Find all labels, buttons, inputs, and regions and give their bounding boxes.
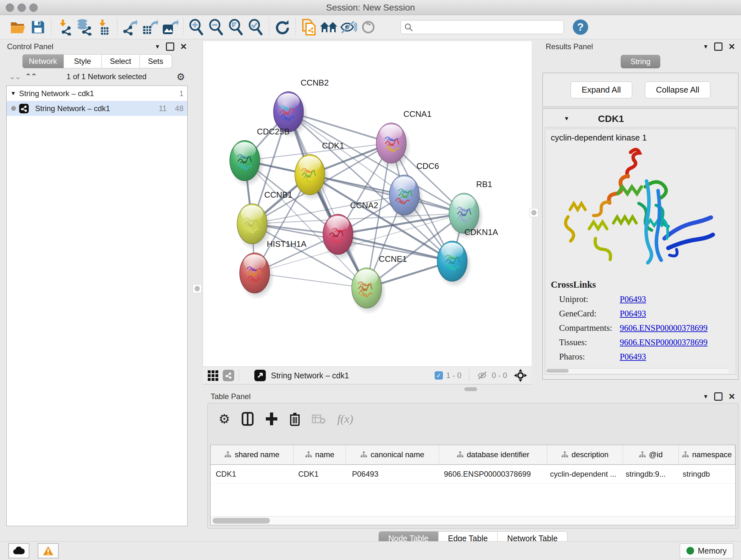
clone-network-button[interactable] bbox=[299, 17, 319, 37]
collapse-all-button[interactable]: Collapse All bbox=[645, 81, 711, 98]
import-table-button[interactable] bbox=[94, 17, 114, 37]
column-header-database-identifier[interactable]: database identifier bbox=[439, 445, 547, 464]
export-image-button[interactable] bbox=[160, 17, 180, 37]
zoom-fit-button[interactable] bbox=[226, 17, 246, 37]
control-panel-tabs: Network Style Select Sets bbox=[4, 54, 190, 68]
refresh-button[interactable] bbox=[273, 17, 292, 37]
delete-column-trash-icon[interactable] bbox=[289, 412, 300, 426]
memory-button[interactable]: Memory bbox=[680, 543, 733, 558]
show-hidden-button[interactable] bbox=[358, 17, 378, 37]
delete-table-icon bbox=[312, 413, 326, 425]
tab-network[interactable]: Network bbox=[22, 54, 64, 68]
collection-disclosure-icon[interactable]: ▼ bbox=[10, 90, 16, 97]
node-CCNA2[interactable]: CCNA2 bbox=[323, 200, 378, 261]
table-cell[interactable]: stringdb:9... bbox=[621, 470, 678, 479]
uniprot-link[interactable]: P06493 bbox=[620, 294, 646, 304]
save-session-button[interactable] bbox=[28, 17, 48, 37]
zoom-out-button[interactable] bbox=[206, 17, 226, 37]
close-panel-icon[interactable]: ✕ bbox=[728, 42, 735, 52]
birds-eye-view-icon[interactable] bbox=[208, 370, 218, 381]
column-header-description[interactable]: description bbox=[547, 445, 623, 464]
collapse-all-networks-icon[interactable]: ⌃⌃ bbox=[25, 72, 37, 81]
table-cell[interactable]: CDK1 bbox=[293, 470, 347, 479]
zoom-in-button[interactable] bbox=[187, 17, 206, 37]
tab-sets[interactable]: Sets bbox=[140, 54, 172, 68]
export-network-button[interactable] bbox=[121, 17, 140, 37]
collapse-panel-icon[interactable]: ▼ bbox=[703, 44, 709, 50]
column-chooser-icon[interactable] bbox=[242, 412, 254, 426]
close-panel-icon[interactable]: ✕ bbox=[180, 42, 187, 52]
pharos-link[interactable]: P06493 bbox=[620, 352, 646, 362]
toolbar-separator bbox=[295, 18, 296, 36]
open-session-button[interactable] bbox=[8, 17, 28, 37]
toolbar-search[interactable] bbox=[401, 20, 564, 34]
column-header--id[interactable]: @id bbox=[623, 445, 679, 464]
pan-crosshair-icon[interactable] bbox=[514, 368, 528, 382]
table-cell[interactable]: P06493 bbox=[347, 470, 439, 479]
network-graph[interactable]: CCNB2CCNA1CDC25BCDK1CDC6RB1CCNB1CCNA2CDK… bbox=[203, 41, 532, 367]
table-cell[interactable]: CDK1 bbox=[211, 470, 293, 479]
tab-style[interactable]: Style bbox=[64, 54, 102, 68]
zoom-selected-button[interactable] bbox=[246, 17, 266, 37]
import-network-file-button[interactable] bbox=[55, 17, 74, 37]
genecard-link[interactable]: P06493 bbox=[620, 309, 646, 319]
table-cell[interactable]: stringdb bbox=[677, 470, 735, 479]
left-splitter-handle[interactable] bbox=[193, 284, 202, 293]
help-button[interactable]: ? bbox=[573, 19, 588, 35]
annotation-share-icon[interactable] bbox=[223, 370, 234, 381]
expand-all-networks-icon[interactable]: ⌄⌄ bbox=[9, 72, 20, 81]
compartments-link[interactable]: 9606.ENSP00000378699 bbox=[620, 323, 708, 333]
home-networks-button[interactable] bbox=[319, 17, 339, 37]
cloud-status-button[interactable] bbox=[8, 543, 29, 558]
close-panel-icon[interactable]: ✕ bbox=[728, 392, 735, 401]
edge-CDK1-RB1[interactable] bbox=[310, 175, 464, 213]
collapse-panel-icon[interactable]: ▼ bbox=[154, 44, 160, 50]
table-row[interactable]: CDK1CDK1P064939606.ENSP00000378699cyclin… bbox=[211, 465, 735, 484]
column-header-canonical-name[interactable]: canonical name bbox=[346, 445, 439, 464]
network-options-gear-icon[interactable]: ⚙ bbox=[177, 71, 185, 82]
node-CCNE1[interactable]: CCNE1 bbox=[351, 254, 407, 314]
network-canvas[interactable]: CCNB2CCNA1CDC25BCDK1CDC6RB1CCNB1CCNA2CDK… bbox=[203, 41, 532, 367]
node-CCNA1[interactable]: CCNA1 bbox=[376, 109, 431, 170]
add-column-icon[interactable] bbox=[265, 412, 278, 426]
detach-view-icon[interactable] bbox=[254, 370, 266, 381]
results-horizontal-scrollbar[interactable] bbox=[546, 368, 729, 374]
tab-string[interactable]: String bbox=[621, 55, 661, 68]
column-header-namespace[interactable]: namespace bbox=[679, 445, 735, 464]
window-title: Session: New Session bbox=[0, 3, 741, 13]
tissues-link[interactable]: 9606.ENSP00000378699 bbox=[620, 337, 708, 348]
float-panel-icon[interactable] bbox=[166, 43, 174, 51]
selected-nodes-checkbox[interactable]: ✓ bbox=[434, 371, 443, 380]
table-cell[interactable]: cyclin-dependent ... bbox=[545, 470, 620, 479]
node-label-CDK1: CDK1 bbox=[322, 141, 344, 150]
float-panel-icon[interactable] bbox=[714, 392, 723, 401]
network-row[interactable]: String Network – cdk1 11 48 bbox=[7, 101, 187, 116]
control-panel-title: Control Panel bbox=[7, 42, 53, 51]
right-splitter-handle[interactable] bbox=[529, 208, 538, 217]
search-input[interactable] bbox=[413, 22, 560, 32]
node-CDKN1A[interactable]: CDKN1A bbox=[437, 227, 498, 288]
table-cell[interactable]: 9606.ENSP00000378699 bbox=[439, 470, 545, 479]
tab-select[interactable]: Select bbox=[102, 54, 140, 68]
table-horizontal-scrollbar[interactable] bbox=[211, 516, 735, 525]
column-header-shared-name[interactable]: shared name bbox=[211, 445, 293, 464]
toolbar-separator bbox=[469, 369, 469, 382]
import-database-icon bbox=[75, 19, 93, 36]
node-CDC6[interactable]: CDC6 bbox=[389, 161, 439, 222]
node-CDC25B[interactable]: CDC25B bbox=[229, 127, 290, 187]
zoom-selected-icon bbox=[248, 19, 264, 36]
collapse-panel-icon[interactable]: ▼ bbox=[703, 393, 709, 400]
export-table-button[interactable] bbox=[140, 17, 160, 37]
edge-CCNB2-CCNE1[interactable] bbox=[288, 112, 367, 288]
hide-selected-button[interactable] bbox=[339, 17, 358, 37]
table-settings-gear-icon[interactable]: ⚙ bbox=[219, 412, 230, 426]
results-panel: Results Panel ▼ ✕ String Expand All Coll… bbox=[542, 41, 738, 388]
column-header-name[interactable]: name bbox=[293, 445, 346, 464]
float-panel-icon[interactable] bbox=[714, 43, 723, 51]
expand-all-button[interactable]: Expand All bbox=[570, 81, 632, 98]
gene-disclosure-icon[interactable]: ▼ bbox=[564, 116, 569, 122]
import-network-database-button[interactable] bbox=[74, 17, 94, 37]
node-label-CDC25B: CDC25B bbox=[257, 127, 290, 136]
warnings-button[interactable] bbox=[38, 543, 59, 558]
network-collection-row[interactable]: ▼ String Network – cdk1 1 bbox=[7, 86, 187, 101]
